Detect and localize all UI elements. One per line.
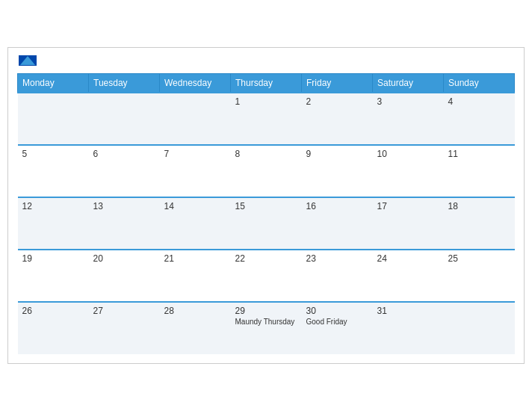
calendar-cell: 17 <box>373 197 444 250</box>
calendar-cell <box>89 93 160 145</box>
day-number: 24 <box>377 253 439 264</box>
day-number: 27 <box>93 306 155 316</box>
day-number: 21 <box>164 253 226 264</box>
calendar-cell: 27 <box>89 302 160 354</box>
weekday-header: Sunday <box>444 74 515 93</box>
calendar-cell <box>444 302 515 354</box>
calendar-cell: 30Good Friday <box>302 302 373 354</box>
day-number: 28 <box>164 306 226 316</box>
calendar-cell: 5 <box>18 145 89 197</box>
calendar-body: 1234567891011121314151617181920212223242… <box>18 93 515 354</box>
day-number: 17 <box>377 201 439 211</box>
calendar-cell: 2 <box>302 93 373 145</box>
calendar-cell <box>160 93 231 145</box>
day-number: 20 <box>93 253 155 264</box>
day-number: 13 <box>93 201 155 211</box>
day-number: 26 <box>22 306 84 316</box>
holiday-label: Good Friday <box>306 318 368 326</box>
calendar-cell: 20 <box>89 250 160 302</box>
day-number: 12 <box>22 201 84 211</box>
day-number: 1 <box>235 96 297 107</box>
week-row: 12131415161718 <box>18 197 515 250</box>
day-number: 15 <box>235 201 297 211</box>
calendar-container: MondayTuesdayWednesdayThursdayFridaySatu… <box>7 47 525 364</box>
week-row: 19202122232425 <box>18 250 515 302</box>
calendar-cell: 18 <box>444 197 515 250</box>
calendar-cell: 4 <box>444 93 515 145</box>
day-number: 5 <box>22 149 84 159</box>
day-number: 6 <box>93 149 155 159</box>
calendar-cell: 31 <box>373 302 444 354</box>
calendar-cell: 9 <box>302 145 373 197</box>
weekday-header: Tuesday <box>89 74 160 93</box>
day-number: 31 <box>377 306 439 316</box>
day-number: 2 <box>306 96 368 107</box>
calendar-cell: 26 <box>18 302 89 354</box>
calendar-cell: 13 <box>89 197 160 250</box>
weekday-header: Saturday <box>373 74 444 93</box>
weekday-header: Monday <box>18 74 89 93</box>
calendar-cell: 10 <box>373 145 444 197</box>
weekday-header: Friday <box>302 74 373 93</box>
week-row: 567891011 <box>18 145 515 197</box>
day-number: 10 <box>377 149 439 159</box>
calendar-cell: 23 <box>302 250 373 302</box>
calendar-cell: 14 <box>160 197 231 250</box>
day-number: 8 <box>235 149 297 159</box>
weekday-header: Thursday <box>231 74 302 93</box>
day-number: 29 <box>235 306 297 316</box>
calendar-cell: 25 <box>444 250 515 302</box>
calendar-cell: 19 <box>18 250 89 302</box>
week-row: 1234 <box>18 93 515 145</box>
calendar-cell: 16 <box>302 197 373 250</box>
day-number: 3 <box>377 96 439 107</box>
day-number: 25 <box>448 253 510 264</box>
calendar-cell: 11 <box>444 145 515 197</box>
weekday-row: MondayTuesdayWednesdayThursdayFridaySatu… <box>18 74 515 93</box>
calendar-cell: 29Maundy Thursday <box>231 302 302 354</box>
holiday-label: Maundy Thursday <box>235 318 297 326</box>
calendar-cell: 3 <box>373 93 444 145</box>
day-number: 16 <box>306 201 368 211</box>
calendar-cell: 22 <box>231 250 302 302</box>
day-number: 18 <box>448 201 510 211</box>
day-number: 19 <box>22 253 84 264</box>
week-row: 26272829Maundy Thursday30Good Friday31 <box>18 302 515 354</box>
calendar-cell: 21 <box>160 250 231 302</box>
day-number: 30 <box>306 306 368 316</box>
day-number: 14 <box>164 201 226 211</box>
calendar-cell: 6 <box>89 145 160 197</box>
day-number: 9 <box>306 149 368 159</box>
calendar-cell: 24 <box>373 250 444 302</box>
day-number: 23 <box>306 253 368 264</box>
calendar-header-row: MondayTuesdayWednesdayThursdayFridaySatu… <box>18 74 515 93</box>
calendar-table: MondayTuesdayWednesdayThursdayFridaySatu… <box>17 73 515 354</box>
calendar-header <box>17 55 515 66</box>
calendar-cell: 15 <box>231 197 302 250</box>
weekday-header: Wednesday <box>160 74 231 93</box>
calendar-cell: 8 <box>231 145 302 197</box>
day-number: 11 <box>448 149 510 159</box>
day-number: 7 <box>164 149 226 159</box>
calendar-cell <box>18 93 89 145</box>
logo-flag-icon <box>19 55 37 66</box>
calendar-cell: 7 <box>160 145 231 197</box>
day-number: 4 <box>448 96 510 107</box>
day-number: 22 <box>235 253 297 264</box>
calendar-cell: 28 <box>160 302 231 354</box>
logo <box>17 55 37 66</box>
calendar-cell: 12 <box>18 197 89 250</box>
calendar-cell: 1 <box>231 93 302 145</box>
